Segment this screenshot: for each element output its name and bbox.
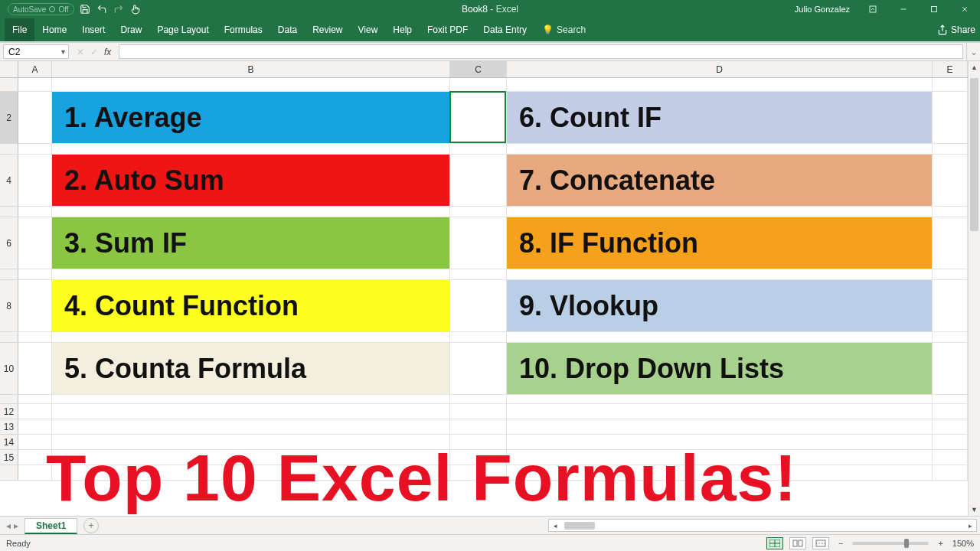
vertical-scroll-thumb[interactable] (970, 78, 978, 231)
list-item[interactable]: 9. Vlookup (507, 280, 932, 331)
list-item[interactable]: 3. Sum IF (52, 217, 449, 269)
zoom-slider[interactable] (852, 542, 929, 545)
zoom-in-button[interactable]: + (935, 539, 946, 548)
cell[interactable] (450, 332, 507, 343)
row-header-12[interactable]: 12 (0, 404, 18, 419)
grid-body[interactable]: 21. Average6. Count IF42. Auto Sum7. Con… (0, 78, 968, 516)
cell[interactable] (450, 78, 507, 92)
cell[interactable] (52, 332, 450, 343)
cell[interactable] (52, 404, 450, 419)
view-page-break-icon[interactable] (812, 537, 829, 549)
cell[interactable]: 1. Average (52, 92, 450, 144)
name-box-dropdown-icon[interactable]: ▼ (60, 48, 67, 56)
list-item[interactable]: 10. Drop Down Lists (507, 343, 932, 394)
row-header[interactable] (0, 395, 18, 404)
cell[interactable] (507, 404, 933, 419)
cell[interactable] (450, 343, 507, 395)
cell[interactable]: 6. Count IF (507, 92, 933, 144)
cell[interactable]: 7. Concatenate (507, 155, 933, 207)
cell[interactable] (450, 395, 507, 404)
list-item[interactable]: 8. IF Function (507, 217, 932, 269)
view-page-layout-icon[interactable] (789, 537, 806, 549)
row-header[interactable] (0, 332, 18, 343)
cell[interactable] (18, 343, 52, 395)
cell[interactable] (507, 78, 933, 92)
cell[interactable] (450, 155, 507, 207)
sheet-nav-prev-icon[interactable]: ◂ (6, 520, 11, 531)
list-item[interactable]: 4. Count Function (52, 280, 449, 331)
cell[interactable] (450, 280, 507, 332)
cell[interactable] (507, 207, 933, 217)
cancel-icon[interactable]: ✕ (77, 47, 84, 57)
cell[interactable] (18, 207, 52, 217)
close-icon[interactable] (949, 0, 980, 18)
cell[interactable] (18, 92, 52, 144)
cell[interactable] (933, 92, 968, 144)
cell[interactable] (507, 395, 933, 404)
cell[interactable] (18, 280, 52, 332)
cell[interactable] (52, 465, 450, 481)
cell[interactable]: 9. Vlookup (507, 280, 933, 332)
cell[interactable] (52, 78, 450, 92)
autosave-toggle[interactable]: AutoSave Off (8, 3, 74, 15)
redo-icon[interactable] (113, 3, 125, 15)
cell[interactable] (933, 450, 968, 465)
column-header-B[interactable]: B (52, 61, 450, 77)
ribbon-tab-data[interactable]: Data (270, 18, 305, 41)
cell[interactable] (52, 207, 450, 217)
cell[interactable] (18, 155, 52, 207)
cell[interactable] (450, 92, 507, 144)
select-all-corner[interactable] (0, 61, 18, 77)
view-normal-icon[interactable] (766, 537, 783, 549)
cell[interactable] (18, 404, 52, 419)
undo-icon[interactable] (96, 3, 108, 15)
cell[interactable] (507, 450, 933, 465)
cell[interactable]: 5. Counta Formula (52, 343, 450, 395)
zoom-slider-knob[interactable] (904, 539, 909, 548)
sheet-tab-sheet1[interactable]: Sheet1 (24, 518, 77, 534)
list-item[interactable]: 5. Counta Formula (52, 343, 449, 394)
cell[interactable] (933, 419, 968, 435)
cell[interactable] (933, 207, 968, 217)
cell[interactable]: 4. Count Function (52, 280, 450, 332)
cell[interactable] (507, 269, 933, 280)
cell[interactable] (52, 419, 450, 435)
cell[interactable] (18, 144, 52, 155)
name-box[interactable]: C2 ▼ (3, 44, 69, 59)
row-header-8[interactable]: 8 (0, 280, 18, 332)
row-header-2[interactable]: 2 (0, 92, 18, 144)
sheet-nav-next-icon[interactable]: ▸ (14, 520, 18, 531)
maximize-icon[interactable] (919, 0, 949, 18)
column-header-E[interactable]: E (933, 61, 968, 77)
cell[interactable] (52, 144, 450, 155)
cell[interactable] (18, 395, 52, 404)
scroll-down-icon[interactable]: ▼ (969, 504, 980, 516)
cell[interactable] (18, 269, 52, 280)
cell[interactable] (933, 404, 968, 419)
row-header-10[interactable]: 10 (0, 343, 18, 395)
cell[interactable] (507, 435, 933, 450)
insert-function-button[interactable]: fx (104, 47, 111, 57)
ribbon-tab-help[interactable]: Help (385, 18, 420, 41)
cell[interactable]: 10. Drop Down Lists (507, 343, 933, 395)
hscroll-left-icon[interactable]: ◂ (549, 522, 561, 530)
list-item[interactable]: 2. Auto Sum (52, 155, 449, 206)
cell[interactable] (450, 144, 507, 155)
cell[interactable] (18, 419, 52, 435)
row-header[interactable] (0, 269, 18, 280)
ribbon-tab-draw[interactable]: Draw (113, 18, 149, 41)
cell[interactable] (450, 435, 507, 450)
share-button[interactable]: Share (937, 18, 975, 41)
cell[interactable] (933, 217, 968, 269)
row-header[interactable] (0, 465, 18, 481)
cell[interactable] (933, 435, 968, 450)
row-header-13[interactable]: 13 (0, 419, 18, 435)
ribbon-tab-view[interactable]: View (351, 18, 386, 41)
cell[interactable]: 2. Auto Sum (52, 155, 450, 207)
cell[interactable] (450, 207, 507, 217)
cell[interactable] (507, 419, 933, 435)
ribbon-tab-formulas[interactable]: Formulas (217, 18, 270, 41)
cell[interactable] (450, 465, 507, 481)
column-header-A[interactable]: A (18, 61, 52, 77)
minimize-icon[interactable] (888, 0, 919, 18)
